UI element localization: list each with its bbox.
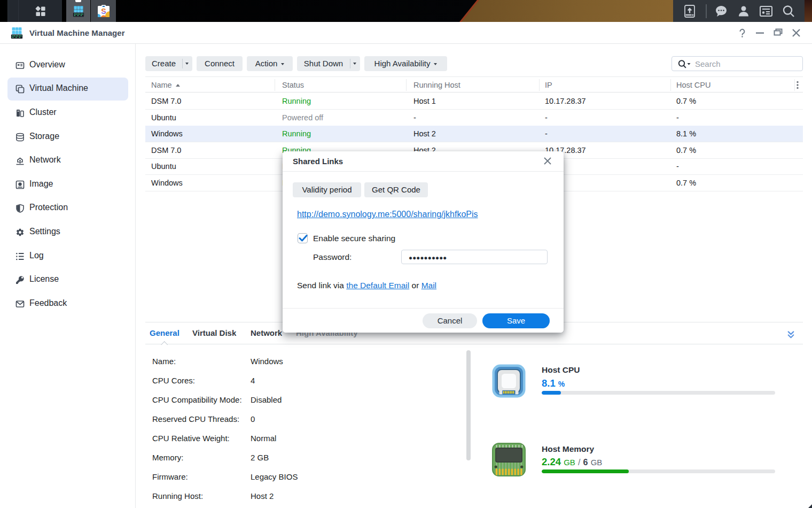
svg-text:S: S	[101, 7, 106, 16]
